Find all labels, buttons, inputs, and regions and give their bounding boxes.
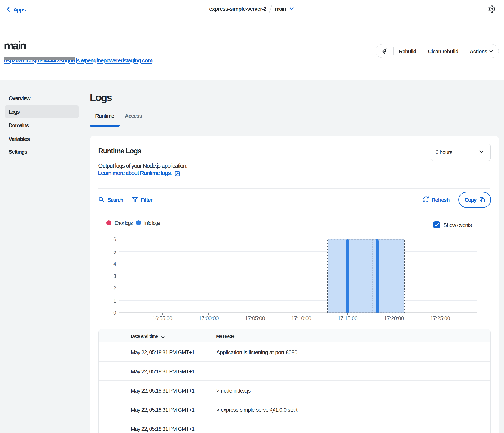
svg-text:17:05:00: 17:05:00	[245, 315, 265, 321]
svg-text:17:15:00: 17:15:00	[337, 315, 357, 321]
svg-text:2: 2	[113, 285, 116, 291]
svg-text:17:20:00: 17:20:00	[384, 315, 404, 321]
svg-text:17:00:00: 17:00:00	[198, 315, 219, 321]
svg-text:6: 6	[113, 236, 116, 242]
svg-text:5: 5	[113, 249, 116, 255]
svg-text:3: 3	[113, 273, 116, 279]
svg-text:17:10:00: 17:10:00	[291, 315, 311, 321]
svg-text:0: 0	[113, 310, 116, 316]
svg-text:17:25:00: 17:25:00	[430, 315, 450, 321]
svg-text:16:55:00: 16:55:00	[152, 315, 172, 321]
svg-text:1: 1	[113, 298, 116, 304]
svg-text:4: 4	[113, 261, 116, 267]
